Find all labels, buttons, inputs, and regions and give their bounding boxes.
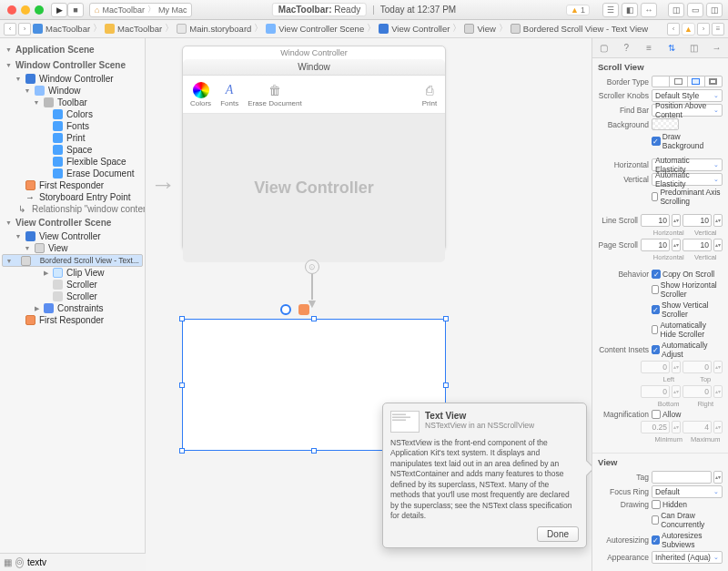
scene-header[interactable]: View Controller Scene [2, 215, 143, 230]
print-toolbar-item[interactable]: ⎙Print [421, 82, 438, 107]
inset-top-field: 0 [682, 361, 712, 373]
scheme-selector[interactable]: ⌂MacToolbar〉My Mac [89, 3, 192, 17]
done-button[interactable]: Done [537, 526, 579, 542]
tree-item[interactable]: Fonts [2, 120, 143, 132]
stepper[interactable]: ▴▾ [713, 239, 723, 251]
editor-version-icon[interactable]: ↔ [641, 3, 657, 17]
tree-item[interactable]: Flexible Space [2, 156, 143, 168]
appearance-select[interactable]: Inherited (Aqua)⌄ [652, 551, 723, 564]
popover-title: Text View [425, 411, 534, 421]
tree-item[interactable]: Space [2, 144, 143, 156]
tree-item[interactable]: ▶Constraints [2, 302, 143, 314]
issues-indicator[interactable]: ▲1 [566, 5, 590, 15]
inspector-tab-bar[interactable]: ▢ ? ≡ ⇅ ◫ → [592, 38, 728, 58]
background-colorwell[interactable] [652, 118, 679, 130]
find-bar-select[interactable]: Position Above Content⌄ [652, 104, 723, 117]
file-inspector-icon[interactable]: ▢ [597, 42, 610, 55]
editor-assistant-icon[interactable]: ◧ [622, 3, 638, 17]
tree-item[interactable]: ▼Window Controller [2, 73, 143, 85]
focus-ring-select[interactable]: Default⌄ [652, 485, 723, 498]
run-button[interactable]: ▶ [51, 3, 67, 17]
toggle-debug-icon[interactable]: ▭ [687, 3, 703, 17]
view-controller-icon[interactable] [280, 304, 291, 315]
scene-header[interactable]: Window Controller Scene [2, 57, 143, 73]
prev-issue-icon[interactable]: ‹ [667, 23, 680, 36]
vertical-elasticity-select[interactable]: Automatic Elasticity⌄ [652, 173, 723, 186]
stepper[interactable]: ▴▾ [713, 471, 723, 484]
tree-item[interactable]: Print [2, 132, 143, 144]
first-responder-icon[interactable] [298, 304, 309, 315]
tree-item-selected[interactable]: ▼Bordered Scroll View - Text... [2, 254, 143, 267]
show-v-scroller-checkbox[interactable]: ✓ [652, 305, 660, 314]
predominant-axis-checkbox[interactable] [652, 192, 658, 201]
window-controller-preview[interactable]: Window Controller Window Colors AFonts 🗑… [182, 46, 446, 250]
horizontal-elasticity-select[interactable]: Automatic Elasticity⌄ [652, 158, 723, 171]
erase-toolbar-item[interactable]: 🗑Erase Document [248, 82, 302, 107]
mock-toolbar: Colors AFonts 🗑Erase Document ⎙Print [183, 76, 445, 114]
tree-item[interactable]: ↳Relationship "window content" to ... [2, 203, 143, 215]
back-button[interactable]: ‹ [4, 23, 16, 36]
copy-on-scroll-checkbox[interactable]: ✓ [652, 270, 661, 279]
concurrent-draw-checkbox[interactable] [652, 515, 659, 525]
segue-arrow-icon[interactable]: ⊙▼ [305, 260, 319, 311]
page-scroll-h-field[interactable]: 10 [641, 239, 670, 251]
interface-builder-canvas[interactable]: → Window Controller Window Colors AFonts… [146, 38, 592, 571]
popover-thumbnail: ▬▬▬▬▬▬▬▬▬▬ [390, 411, 420, 433]
tree-item[interactable]: ▼View [2, 242, 143, 254]
mock-content-area: View Controller [183, 114, 445, 262]
tree-item[interactable]: Erase Document [2, 168, 143, 179]
allow-magnification-checkbox[interactable] [652, 410, 661, 419]
toggle-inspector-icon[interactable]: ◫ [706, 3, 723, 17]
identity-inspector-icon[interactable]: ≡ [642, 42, 655, 55]
scene-header[interactable]: Application Scene [2, 42, 143, 57]
scene-dock[interactable] [280, 304, 309, 315]
tree-item[interactable]: ▶Clip View [2, 267, 143, 279]
colors-toolbar-item[interactable]: Colors [190, 82, 211, 107]
editor-standard-icon[interactable]: ☰ [602, 3, 619, 17]
issue-nav-badge[interactable]: ▲ [682, 23, 695, 36]
section-header: View [598, 457, 723, 467]
next-issue-icon[interactable]: › [697, 23, 710, 36]
stop-button[interactable]: ■ [67, 3, 84, 17]
object-description-popover: ▬▬▬▬▬▬▬▬▬▬ Text View NSTextView in an NS… [382, 403, 587, 548]
inspector-panel: ▢ ? ≡ ⇅ ◫ → Scroll View Border Type Scro… [592, 38, 728, 571]
forward-button[interactable]: › [18, 23, 31, 36]
auto-hide-scroller-checkbox[interactable] [652, 325, 658, 334]
outline-toggle-icon[interactable]: ≡ [712, 23, 724, 36]
stepper[interactable]: ▴▾ [672, 214, 681, 227]
stepper[interactable]: ▴▾ [713, 214, 723, 227]
toggle-navigator-icon[interactable]: ◫ [668, 3, 684, 17]
tree-item[interactable]: Colors [2, 108, 143, 120]
border-type-segmented[interactable] [652, 76, 723, 87]
tree-item[interactable]: ▼View Controller [2, 230, 143, 242]
tree-item[interactable]: ▼Toolbar [2, 97, 143, 108]
help-inspector-icon[interactable]: ? [620, 42, 632, 55]
jump-bar[interactable]: ‹ › MacToolbar〉 MacToolbar〉 Main.storybo… [0, 20, 728, 38]
size-inspector-icon[interactable]: ◫ [688, 42, 701, 55]
tree-item[interactable]: First Responder [2, 179, 143, 191]
tree-item[interactable]: Scroller [2, 291, 143, 302]
tree-item[interactable]: Scroller [2, 279, 143, 291]
line-scroll-h-field[interactable]: 10 [641, 214, 670, 227]
entry-point-arrow-icon: → [150, 170, 176, 199]
mag-max-field: 4 [682, 421, 712, 433]
page-scroll-v-field[interactable]: 10 [682, 239, 712, 251]
tree-item[interactable]: ▼Window [2, 85, 143, 97]
connections-inspector-icon[interactable]: → [711, 42, 723, 55]
attributes-inspector-icon[interactable]: ⇅ [665, 42, 678, 55]
stepper[interactable]: ▴▾ [672, 239, 681, 251]
scroller-knobs-select[interactable]: Default Style⌄ [652, 89, 723, 102]
document-outline: Application Scene Window Controller Scen… [0, 38, 146, 571]
auto-adjust-insets-checkbox[interactable]: ✓ [652, 345, 660, 354]
hidden-checkbox[interactable] [652, 500, 661, 509]
window-traffic-lights[interactable] [0, 2, 51, 18]
draw-background-checkbox[interactable]: ✓ [652, 137, 661, 146]
tree-item[interactable]: →Storyboard Entry Point [2, 191, 143, 203]
line-scroll-v-field[interactable]: 10 [682, 214, 712, 227]
fonts-toolbar-item[interactable]: AFonts [220, 82, 238, 107]
show-h-scroller-checkbox[interactable] [652, 285, 659, 294]
tag-field[interactable] [652, 471, 712, 484]
popover-subtitle: NSTextView in an NSScrollView [425, 421, 534, 430]
tree-item[interactable]: First Responder [2, 314, 143, 326]
autoresizes-subviews-checkbox[interactable]: ✓ [652, 535, 660, 545]
